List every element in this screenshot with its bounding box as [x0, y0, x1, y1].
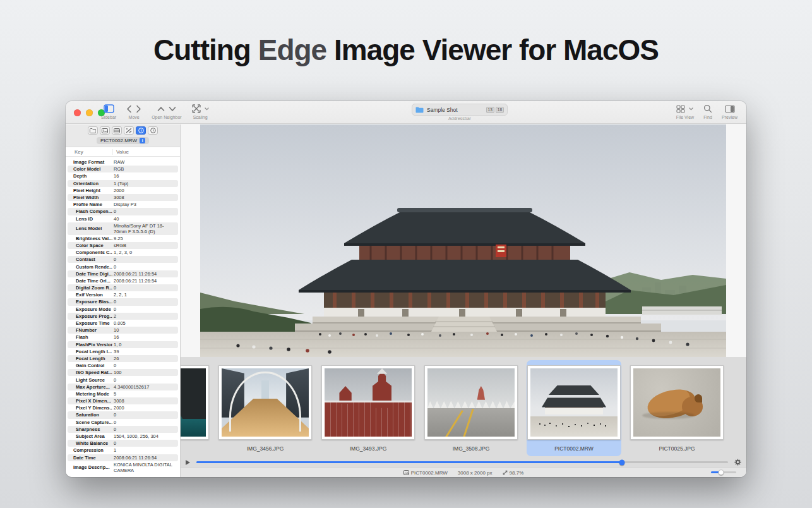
metadata-row[interactable]: FlashPix Version1, 0 — [68, 341, 178, 348]
thumbnail-size-slider[interactable] — [711, 469, 736, 475]
metadata-row[interactable]: Pixel Height2000 — [68, 187, 178, 194]
panel-tab-history[interactable] — [148, 126, 158, 135]
thumbnail-item[interactable]: PICT0025.JPG — [630, 360, 724, 456]
metadata-row[interactable]: Pixel X Dimen...3008 — [68, 397, 178, 404]
metadata-row[interactable]: Scene Capture...0 — [68, 419, 178, 426]
file-view-button[interactable]: File View — [676, 103, 694, 119]
chevron-right-icon — [136, 105, 141, 113]
metadata-row[interactable]: Exposure Mode0 — [68, 306, 178, 313]
play-button[interactable] — [186, 460, 190, 465]
metadata-value: 2000 — [112, 404, 178, 411]
metadata-row[interactable]: Exif Version2, 2, 1 — [68, 291, 178, 298]
filmstrip-slider-knob[interactable] — [619, 459, 624, 465]
thumbnail-item[interactable]: 9.JPG — [181, 360, 210, 456]
metadata-row[interactable]: Saturation0 — [68, 411, 178, 418]
metadata-row[interactable]: Date Time Ori...2008:06:21 11:26:54 — [68, 277, 178, 284]
current-file-pill[interactable]: PICT0002.MRW i — [97, 137, 149, 144]
thumbnail-item[interactable]: PICT0002.MRW — [527, 360, 621, 456]
metadata-row[interactable]: Sharpness0 — [68, 426, 178, 433]
metadata-value: KONICA MINOLTA DIGITAL CAMERA — [112, 461, 178, 474]
metadata-key: Subject Area — [68, 433, 112, 439]
metadata-row[interactable]: Exposure Prog...2 — [68, 313, 178, 320]
thumbnail-item[interactable]: IMG_3493.JPG — [321, 360, 415, 456]
panel-tab-info[interactable] — [136, 126, 146, 135]
metadata-header: Key Value — [66, 147, 180, 157]
metadata-row[interactable]: Image Descrip...KONICA MINOLTA DIGITAL C… — [68, 461, 178, 474]
sidebar: PICT0002.MRW i Key Value Image FormatRAW… — [66, 124, 181, 477]
metadata-row[interactable]: Lens ID40 — [68, 215, 178, 222]
metadata-row[interactable]: Contrast0 — [68, 256, 178, 263]
metadata-row[interactable]: Pixel Width3008 — [68, 194, 178, 201]
metadata-row[interactable]: Profile NameDisplay P3 — [68, 201, 178, 208]
panel-tab-browser[interactable] — [88, 126, 98, 135]
metadata-row[interactable]: Depth16 — [68, 172, 178, 179]
main-photo[interactable] — [200, 124, 726, 358]
chevron-down-icon — [169, 106, 176, 112]
metadata-value-column: Value — [112, 149, 180, 155]
metadata-row[interactable]: FNumber10 — [68, 327, 178, 334]
metadata-row[interactable]: Lens ModelMinolta/Sony AF DT 18-70mm F 3… — [68, 222, 178, 235]
metadata-key: Lens ID — [68, 216, 112, 222]
metadata-key: White Balance — [68, 440, 112, 446]
addressbar[interactable]: Sample Shot 13 18 — [412, 104, 508, 116]
thumbnail-art-street — [427, 368, 515, 437]
thumbnail-item[interactable]: IMG_3508.JPG — [424, 360, 518, 456]
find-button[interactable]: Find — [703, 103, 712, 119]
scaling-button[interactable]: Scaling — [192, 103, 209, 119]
thumbnail-item[interactable]: IMG_3456.JPG — [218, 360, 313, 456]
open-neighbor-buttons[interactable]: Open Neighbor — [152, 103, 181, 119]
thumbnail-art-puppy — [633, 368, 720, 437]
thumbnail-label: IMG_3508.JPG — [453, 445, 490, 452]
metadata-row[interactable]: Date Time2008:06:21 11:26:54 — [68, 454, 178, 461]
metadata-row[interactable]: Metering Mode5 — [68, 390, 178, 397]
metadata-row[interactable]: Custom Rende...0 — [68, 263, 178, 270]
metadata-key: FlashPix Version — [68, 342, 112, 348]
sidebar-toggle-button[interactable]: Sidebar — [101, 103, 116, 119]
metadata-key: Saturation — [68, 412, 112, 418]
metadata-row[interactable]: Max Aperture...4.340000152617 — [68, 384, 178, 390]
metadata-row[interactable]: Light Source0 — [68, 376, 178, 383]
metadata-row[interactable]: Exposure Bias...0 — [68, 298, 178, 305]
move-buttons[interactable]: Move — [126, 103, 141, 119]
metadata-row[interactable]: Flash Compen...0 — [68, 208, 178, 215]
panel-tab-adjust[interactable] — [124, 126, 134, 135]
close-button[interactable] — [74, 109, 81, 116]
panel-tab-image[interactable] — [100, 126, 110, 135]
filmstrip-slider[interactable] — [196, 461, 728, 463]
settings-button[interactable] — [734, 459, 741, 466]
metadata-row[interactable]: Orientation1 (Top) — [68, 180, 178, 187]
metadata-row[interactable]: Exposure Time0.005 — [68, 320, 178, 327]
metadata-key: FNumber — [68, 327, 112, 333]
metadata-row[interactable]: Brightness Val...9.25 — [68, 235, 178, 242]
preview-button[interactable]: Preview — [722, 103, 737, 119]
metadata-row[interactable]: Subject Area1504, 1000, 256, 304 — [68, 433, 178, 440]
metadata-row[interactable]: White Balance0 — [68, 440, 178, 447]
metadata-row[interactable]: Digital Zoom R...0 — [68, 284, 178, 291]
chevron-down-small-icon — [689, 107, 693, 111]
minimize-button[interactable] — [86, 109, 93, 116]
thumbnail-image — [424, 365, 518, 440]
metadata-row[interactable]: Compression1 — [68, 447, 178, 454]
metadata-row[interactable]: Date Time Digi...2008:06:21 11:26:54 — [68, 270, 178, 277]
metadata-row[interactable]: Gain Control0 — [68, 362, 178, 369]
status-zoom-value: 98.7% — [510, 470, 524, 476]
metadata-value: 0 — [112, 306, 178, 313]
metadata-key: Sharpness — [68, 426, 112, 432]
size-slider-knob[interactable] — [719, 469, 724, 475]
metadata-row[interactable]: Components C...1, 2, 3, 0 — [68, 249, 178, 256]
metadata-row[interactable]: Focal Length I...39 — [68, 348, 178, 355]
metadata-row[interactable]: Color SpacesRGB — [68, 242, 178, 249]
status-bar: PICT0002.MRW 3008 x 2000 px 98.7% — [181, 468, 746, 477]
metadata-row[interactable]: ISO Speed Rat...100 — [68, 369, 178, 376]
metadata-row[interactable]: Focal Length26 — [68, 355, 178, 362]
panel-tab-table[interactable] — [112, 126, 122, 135]
metadata-value: 0.005 — [112, 320, 178, 327]
metadata-row[interactable]: Color ModelRGB — [68, 166, 178, 172]
thumbnail-art-museum — [325, 368, 412, 437]
metadata-row[interactable]: Image FormatRAW — [68, 159, 178, 166]
metadata-row[interactable]: Pixel Y Dimens...2000 — [68, 404, 178, 411]
sidebar-icon — [104, 103, 114, 114]
addressbar-wrap: Sample Shot 13 18 Addressbar — [412, 104, 508, 121]
metadata-value: 1, 2, 3, 0 — [112, 249, 178, 256]
metadata-row[interactable]: Flash16 — [68, 334, 178, 341]
